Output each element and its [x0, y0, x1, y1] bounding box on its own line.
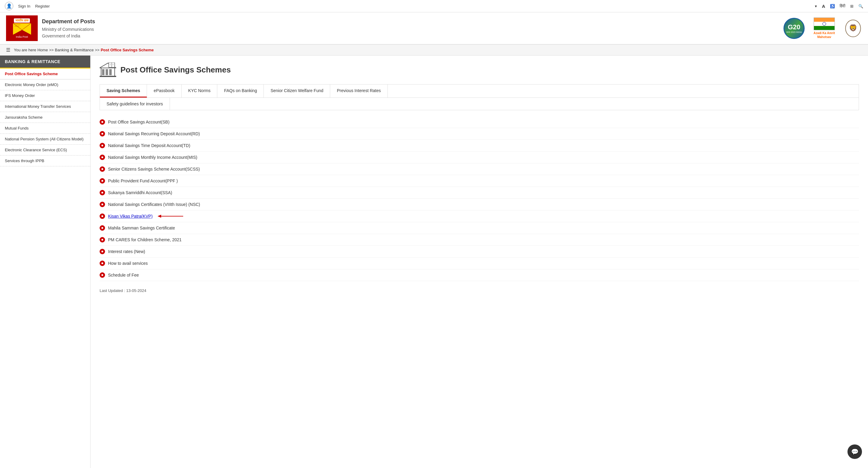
svg-rect-8	[102, 69, 104, 75]
sidebar-item-mutual-funds[interactable]: Mutual Funds	[0, 123, 90, 134]
header-right: G20 भारत 2023 INDIA Azadi Ka Amrit Mahot…	[783, 18, 862, 39]
scheme-bullet	[100, 272, 105, 278]
scheme-link-interest-rates[interactable]: Interest rates (New)	[108, 249, 145, 254]
top-bar-left: 👤 Sign In Register	[5, 2, 50, 10]
scheme-bullet	[100, 225, 105, 231]
scheme-item-sb: Post Office Savings Account(SB)	[100, 116, 859, 128]
scheme-link-scss[interactable]: Senior Citizens Savings Scheme Account(S…	[108, 167, 200, 172]
sidebar-item-nps[interactable]: National Pension System (All Citizens Mo…	[0, 134, 90, 145]
national-emblem[interactable]: 🦁	[844, 19, 862, 37]
dept-name: Department of Posts	[42, 17, 95, 26]
scheme-link-mssc[interactable]: Mahila Samman Savings Certificate	[108, 226, 175, 230]
scheme-link-schedule-fee[interactable]: Schedule of Fee	[108, 273, 139, 277]
breadcrumb-banking: Banking & Remittance	[55, 48, 94, 52]
scheme-item-rd: National Savings Recurring Deposit Accou…	[100, 128, 859, 140]
font-size-icon[interactable]: A	[822, 4, 825, 9]
scheme-link-pmcares[interactable]: PM CARES for Children Scheme, 2021	[108, 237, 182, 242]
logo-hindi-text: भारतीय डाक	[14, 19, 30, 23]
register-link[interactable]: Register	[35, 4, 50, 8]
dropdown-icon[interactable]: ▾	[815, 4, 817, 8]
scheme-link-ppf[interactable]: Public Provident Fund Account(PPF )	[108, 178, 178, 183]
signin-link[interactable]: Sign In	[18, 4, 30, 8]
sidebar-item-ippb[interactable]: Services through IPPB	[0, 155, 90, 166]
sidebar-item-ifs[interactable]: IFS Money Order	[0, 90, 90, 101]
scheme-link-ssa[interactable]: Sukanya Samriddhi Account(SSA)	[108, 190, 172, 195]
scheme-item-mis: National Savings Monthly Income Account(…	[100, 152, 859, 163]
svg-marker-20	[158, 215, 161, 218]
scheme-link-mis[interactable]: National Savings Monthly Income Account(…	[108, 155, 197, 160]
g20-sub: भारत 2023 INDIA	[786, 31, 802, 33]
tab-senior-citizen[interactable]: Senior Citizen Welfare Fund	[264, 85, 330, 97]
chat-button[interactable]: 💬	[847, 444, 862, 459]
scheme-bullet	[100, 190, 105, 195]
search-icon[interactable]: 🔍	[858, 4, 863, 8]
scheme-bullet	[100, 213, 105, 219]
breadcrumb-home[interactable]: Home	[37, 48, 48, 52]
flag-graphic	[814, 18, 835, 30]
tab-faqs[interactable]: FAQs on Banking	[217, 85, 264, 97]
last-updated-date: 13-05-2024	[126, 288, 146, 293]
user-icon: 👤	[5, 2, 13, 10]
tab-safety-guidelines[interactable]: Safety guidelines for investors	[100, 98, 170, 110]
scheme-bullet	[100, 131, 105, 137]
tab-saving-schemes[interactable]: Saving Schemes	[100, 85, 147, 97]
breadcrumb: ☰ You are here Home >> Banking & Remitta…	[0, 45, 868, 56]
last-updated: Last Updated : 13-05-2024	[100, 288, 859, 293]
tabs-row2: Safety guidelines for investors	[100, 98, 859, 110]
sidebar-item-emo[interactable]: Electronic Money Order (eMO)	[0, 80, 90, 90]
page-title-row: Post Office Savings Schemes	[100, 62, 859, 78]
tab-kyc-norms[interactable]: KYC Norms	[182, 85, 218, 97]
scheme-link-rd[interactable]: National Savings Recurring Deposit Accou…	[108, 131, 200, 136]
sidebar-item-intl-money[interactable]: International Money Transfer Services	[0, 101, 90, 112]
scheme-bullet	[100, 261, 105, 266]
hindi-label[interactable]: हिंदी	[840, 4, 845, 8]
scheme-item-mssc: Mahila Samman Savings Certificate	[100, 222, 859, 234]
last-updated-label: Last Updated :	[100, 288, 125, 293]
breadcrumb-sep1: >>	[49, 48, 54, 52]
azadi-badge[interactable]: Azadi Ka Amrit Mahotsav	[811, 18, 838, 39]
scheme-link-sb[interactable]: Post Office Savings Account(SB)	[108, 120, 169, 124]
scheme-item-interest-rates: Interest rates (New)	[100, 246, 859, 258]
scheme-bullet	[100, 119, 105, 125]
main-layout: BANKING & REMITTANCE Post Office Savings…	[0, 56, 868, 468]
logo-graphic	[13, 23, 31, 35]
breadcrumb-sep2: >>	[95, 48, 99, 52]
scheme-link-kvp[interactable]: Kisan Vikas Patra(KVP)	[108, 214, 153, 218]
svg-rect-10	[109, 69, 112, 75]
ministry-name: Ministry of Communications	[42, 26, 95, 33]
scheme-item-nsc: National Savings Certificates (VIIIth Is…	[100, 199, 859, 210]
sidebar-header: BANKING & REMITTANCE	[0, 56, 90, 68]
tab-epassbook[interactable]: ePassbook	[147, 85, 181, 97]
sidebar-item-jansuraksha[interactable]: Jansuraksha Scheme	[0, 112, 90, 123]
scheme-item-schedule-fee: Schedule of Fee	[100, 269, 859, 281]
top-bar: 👤 Sign In Register ▾ A ♿ हिंदी ⊞ 🔍	[0, 0, 868, 12]
scheme-list: Post Office Savings Account(SB) National…	[100, 116, 859, 281]
scheme-bullet	[100, 166, 105, 172]
scheme-bullet	[100, 249, 105, 254]
scheme-link-nsc[interactable]: National Savings Certificates (VIIIth Is…	[108, 202, 200, 207]
svg-rect-12	[100, 76, 116, 77]
scheme-link-td[interactable]: National Savings Time Deposit Account(TD…	[108, 143, 190, 148]
dept-info: Department of Posts Ministry of Communic…	[42, 17, 95, 39]
g20-text: G20	[788, 23, 800, 31]
tabs-row1: Saving Schemes ePassbook KYC Norms FAQs …	[100, 84, 859, 98]
you-are-here: You are here	[14, 48, 36, 52]
govt-name: Government of India	[42, 33, 95, 39]
sitemap-icon[interactable]: ⊞	[850, 4, 854, 8]
scheme-bullet	[100, 143, 105, 148]
scheme-item-ssa: Sukanya Samriddhi Account(SSA)	[100, 187, 859, 199]
accessibility-icon[interactable]: ♿	[830, 4, 835, 8]
azadi-label: Azadi Ka Amrit Mahotsav	[811, 31, 838, 39]
scheme-item-pmcares: PM CARES for Children Scheme, 2021	[100, 234, 859, 246]
g20-badge[interactable]: G20 भारत 2023 INDIA	[783, 18, 805, 39]
scheme-item-td: National Savings Time Deposit Account(TD…	[100, 140, 859, 152]
page-title: Post Office Savings Schemes	[120, 65, 231, 75]
scheme-item-scss: Senior Citizens Savings Scheme Account(S…	[100, 163, 859, 175]
scheme-link-avail[interactable]: How to avail services	[108, 261, 148, 266]
top-bar-right: ▾ A ♿ हिंदी ⊞ 🔍	[815, 4, 863, 9]
sidebar-item-post-office-savings[interactable]: Post Office Savings Scheme	[0, 68, 90, 80]
tab-prev-interest[interactable]: Previous Interest Rates	[330, 85, 388, 97]
sidebar-item-ecs[interactable]: Electronic Clearance Service (ECS)	[0, 145, 90, 155]
menu-icon[interactable]: ☰	[6, 47, 10, 53]
breadcrumb-current: Post Office Savings Scheme	[101, 48, 154, 52]
